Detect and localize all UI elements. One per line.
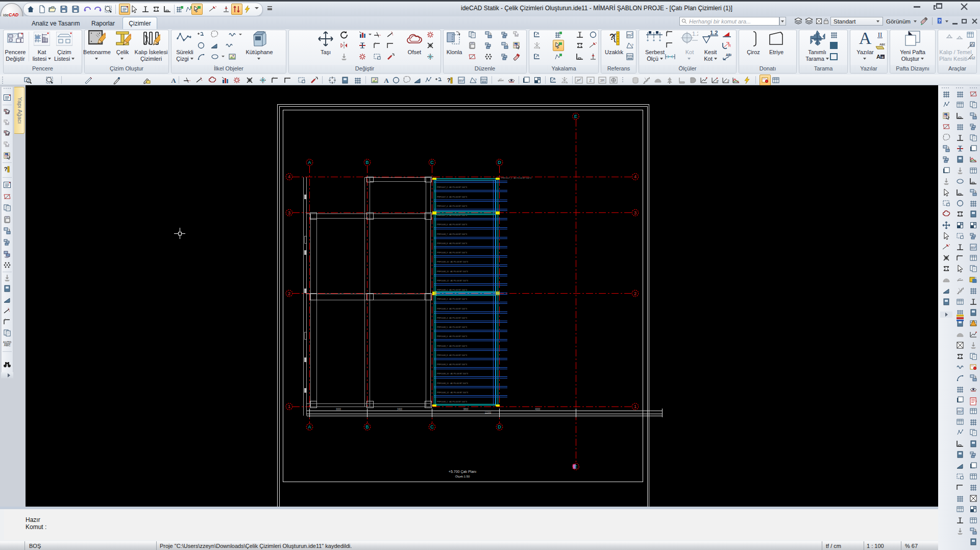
svg-text:XY: XY xyxy=(577,79,581,82)
svg-text:A: A xyxy=(384,77,389,84)
svg-text:PRF1008_7 : A1 P0-06 BT 100*3: PRF1008_7 : A1 P0-06 BT 100*3 xyxy=(437,233,468,235)
svg-text:4000: 4000 xyxy=(535,408,541,411)
svg-text:PRF1008_6 : A1 P0-06 BT 100*3: PRF1008_6 : A1 P0-06 BT 100*3 xyxy=(437,223,468,226)
svg-text:A: A xyxy=(859,30,872,47)
svg-text:?: ? xyxy=(447,77,451,83)
svg-text:PRF1007_5 : A1 P0-06 BT 100*3: PRF1007_5 : A1 P0-06 BT 100*3 xyxy=(437,214,468,217)
svg-text:m²: m² xyxy=(958,409,963,414)
svg-text:1.2: 1.2 xyxy=(692,31,698,37)
svg-text:PRF1008_9 : A1 P0-06 BT 100*3: PRF1008_9 : A1 P0-06 BT 100*3 xyxy=(437,363,468,366)
svg-text:3: 3 xyxy=(288,210,290,216)
svg-text:?: ? xyxy=(938,18,941,23)
svg-text:PRF1008_11 : A1 P0-06 BT 100*3: PRF1008_11 : A1 P0-06 BT 100*3 xyxy=(437,382,469,385)
svg-text:m²: m² xyxy=(627,33,633,38)
svg-text:B: B xyxy=(365,424,369,429)
svg-text:PRF1008_12 : A1 P0-06 BT 100*3: PRF1008_12 : A1 P0-06 BT 100*3 xyxy=(437,279,469,282)
svg-text:P: P xyxy=(717,80,719,83)
svg-text:3: 3 xyxy=(634,210,636,216)
svg-text:C: C xyxy=(430,160,434,165)
svg-text:PRF1008_8 : A1 P0-06 BT 100*3: PRF1008_8 : A1 P0-06 BT 100*3 xyxy=(437,354,468,356)
svg-text:3400: 3400 xyxy=(397,408,403,411)
svg-text:Z: Z xyxy=(590,78,592,83)
svg-text:A: A xyxy=(308,424,311,429)
svg-text:3R: 3R xyxy=(600,79,605,82)
svg-text:R: R xyxy=(728,44,731,47)
svg-text:II: II xyxy=(878,31,883,38)
svg-text:A: A xyxy=(171,77,176,84)
svg-text:PRF1008_3 : A1 P0-06 BT 100*3: PRF1008_3 : A1 P0-06 BT 100*3 xyxy=(437,307,468,310)
svg-text:1: 1 xyxy=(288,404,290,409)
svg-text:PRF1008_2 : A1 P0-06 BT 100*3: PRF1008_2 : A1 P0-06 BT 100*3 xyxy=(437,298,468,300)
svg-text:3800: 3800 xyxy=(463,408,469,411)
svg-text:2: 2 xyxy=(727,79,729,83)
svg-text:PRF1008_10 : A1 P0-06 BT 100*3: PRF1008_10 : A1 P0-06 BT 100*3 xyxy=(437,372,469,375)
svg-text:A: A xyxy=(876,54,880,60)
svg-text:1.2: 1.2 xyxy=(710,30,718,36)
svg-text:12200: 12200 xyxy=(485,412,492,414)
svg-text:PRF1008_1 : A1 P0-06 BT 100*3: PRF1008_1 : A1 P0-06 BT 100*3 xyxy=(437,400,468,403)
svg-text:PRF1008_4 : A1 P0-06 BT 100*3: PRF1008_4 : A1 P0-06 BT 100*3 xyxy=(437,317,468,319)
svg-text:PRF1007_1 : A1 P0-06 BT 100*3: PRF1007_1 : A1 P0-06 BT 100*3 xyxy=(501,177,532,179)
svg-text:PRF1007_2 : A1 P0-06 BT 100*3: PRF1007_2 : A1 P0-06 BT 100*3 xyxy=(437,186,468,188)
svg-text:PRF1007_3 : A1 P0-06 BT 100*3: PRF1007_3 : A1 P0-06 BT 100*3 xyxy=(437,196,468,198)
svg-text:m²: m² xyxy=(971,245,976,250)
svg-text:PRF1008_10 : A1 P0-06 BT 100*3: PRF1008_10 : A1 P0-06 BT 100*3 xyxy=(437,260,469,263)
svg-text:mm²: mm² xyxy=(481,78,488,81)
svg-text:E: E xyxy=(574,464,577,469)
svg-text:23: 23 xyxy=(971,43,974,46)
svg-text:A: A xyxy=(308,160,311,165)
svg-text:ABC: ABC xyxy=(4,344,11,347)
svg-text:PRF1008_1 : A1 P0-06 BT 100*3: PRF1008_1 : A1 P0-06 BT 100*3 xyxy=(437,289,468,291)
svg-text:PRF1008_9 : A1 P0-06 BT 100*3: PRF1008_9 : A1 P0-06 BT 100*3 xyxy=(437,251,468,254)
svg-text:ABC: ABC xyxy=(879,43,885,46)
svg-text:PRF1007_4 : A1 P0-06 BT 100*3: PRF1007_4 : A1 P0-06 BT 100*3 xyxy=(437,205,468,207)
svg-text:PRF1008_12 : A1 P0-06 BT 100*3: PRF1008_12 : A1 P0-06 BT 100*3 xyxy=(437,391,469,394)
svg-text:≣: ≣ xyxy=(881,55,884,59)
svg-text:PRF1008_6 : A1 P0-06 BT 100*3: PRF1008_6 : A1 P0-06 BT 100*3 xyxy=(437,335,468,338)
svg-text:PRF1008_7 : A1 P0-06 BT 100*3: PRF1008_7 : A1 P0-06 BT 100*3 xyxy=(437,345,468,347)
svg-text:Ölçek:1:50: Ölçek:1:50 xyxy=(455,475,470,478)
svg-text:1: 1 xyxy=(634,404,636,409)
svg-text:?: ? xyxy=(475,78,477,82)
svg-text:C: C xyxy=(430,424,434,429)
svg-text:+5.700 Çatı Planı: +5.700 Çatı Planı xyxy=(449,470,476,474)
svg-text:?: ? xyxy=(631,43,633,47)
svg-text:B: B xyxy=(365,160,369,165)
svg-text:E: E xyxy=(574,114,577,119)
svg-text:4: 4 xyxy=(634,174,636,179)
svg-text:PRF1008_5 : A1 P0-06 BT 100*3: PRF1008_5 : A1 P0-06 BT 100*3 xyxy=(437,326,468,328)
svg-text:D: D xyxy=(498,160,501,165)
svg-text:2: 2 xyxy=(634,291,636,296)
svg-text:PRF1008_11 : A1 P0-06 BT 100*3: PRF1008_11 : A1 P0-06 BT 100*3 xyxy=(437,270,469,273)
svg-text:PRF1008_8 : A1 P0-06 BT 100*3: PRF1008_8 : A1 P0-06 BT 100*3 xyxy=(437,242,468,245)
svg-text:D: D xyxy=(498,424,501,429)
svg-text:m²: m² xyxy=(459,78,464,83)
svg-text:{: { xyxy=(613,32,616,42)
svg-text:4: 4 xyxy=(288,174,290,179)
svg-text:3000: 3000 xyxy=(336,408,341,411)
svg-text:?: ? xyxy=(4,166,8,172)
svg-text:123: 123 xyxy=(971,56,975,60)
svg-text:2: 2 xyxy=(288,291,290,296)
